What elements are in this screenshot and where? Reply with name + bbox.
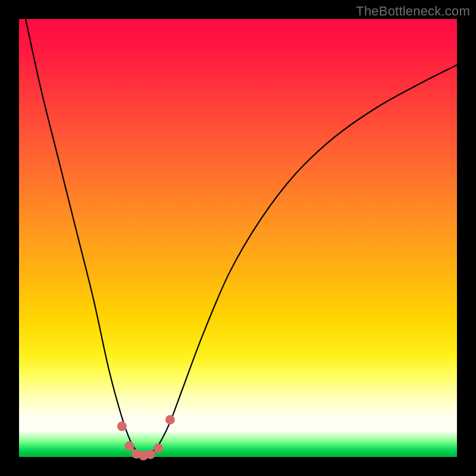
chart-svg	[19, 19, 457, 457]
marker-dot	[165, 415, 175, 424]
chart-frame: TheBottleneck.com	[0, 0, 476, 476]
marker-dot	[117, 421, 127, 431]
highlighted-points	[117, 415, 175, 460]
marker-dot	[146, 450, 155, 459]
watermark-text: TheBottleneck.com	[356, 4, 470, 19]
marker-dot	[154, 443, 163, 453]
bottleneck-curve	[26, 19, 457, 455]
marker-dot	[124, 441, 134, 451]
plot-area	[19, 19, 457, 457]
